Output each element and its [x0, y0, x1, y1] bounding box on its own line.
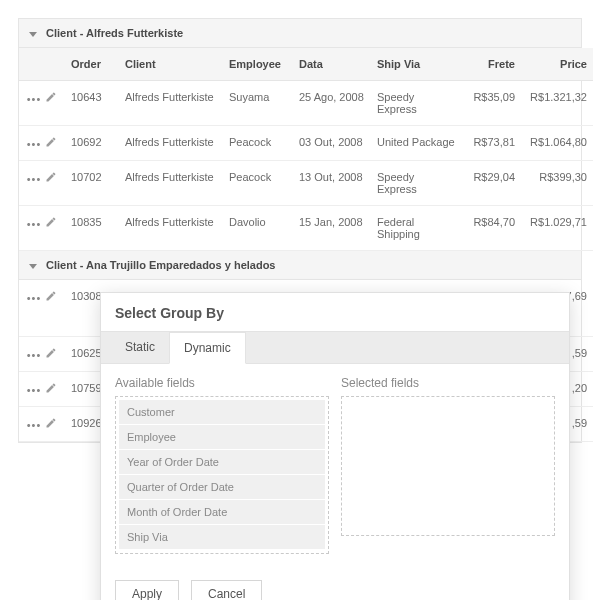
edit-icon[interactable] — [45, 417, 57, 429]
header-row: Order Client Employee Data Ship Via Fret… — [19, 48, 593, 81]
edit-icon[interactable] — [45, 216, 57, 228]
field-item[interactable]: Month of Order Date — [119, 500, 325, 525]
cell-client: Alfreds Futterkiste — [119, 206, 223, 251]
selected-fields-label: Selected fields — [341, 376, 555, 390]
edit-icon[interactable] — [45, 91, 57, 103]
more-icon[interactable]: ••• — [27, 384, 42, 396]
cell-employee: Suyama — [223, 81, 293, 126]
orders-table: Order Client Employee Data Ship Via Fret… — [19, 48, 593, 251]
edit-icon[interactable] — [45, 171, 57, 183]
cell-client: Alfreds Futterkiste — [119, 81, 223, 126]
field-item[interactable]: Year of Order Date — [119, 450, 325, 475]
field-item[interactable]: Customer — [119, 400, 325, 425]
col-frete[interactable]: Frete — [463, 48, 521, 81]
selected-fields-list[interactable] — [341, 396, 555, 536]
cell-price: R$399,30 — [521, 161, 593, 206]
more-icon[interactable]: ••• — [27, 292, 42, 304]
more-icon[interactable]: ••• — [27, 93, 42, 105]
edit-icon[interactable] — [45, 347, 57, 359]
cell-order: 10643 — [65, 81, 119, 126]
group-by-dialog: Select Group By Static Dynamic Available… — [100, 292, 570, 600]
tab-static[interactable]: Static — [111, 332, 169, 363]
more-icon[interactable]: ••• — [27, 218, 42, 230]
cell-employee: Peacock — [223, 161, 293, 206]
col-employee[interactable]: Employee — [223, 48, 293, 81]
col-price[interactable]: Price — [521, 48, 593, 81]
cell-price: R$1.064,80 — [521, 126, 593, 161]
more-icon[interactable]: ••• — [27, 419, 42, 431]
cell-frete: R$29,04 — [463, 161, 521, 206]
table-row: •••10643Alfreds FutterkisteSuyama25 Ago,… — [19, 81, 593, 126]
cell-shipvia: Federal Shipping — [371, 206, 463, 251]
dialog-footer: Apply Cancel — [101, 570, 569, 600]
available-fields-label: Available fields — [115, 376, 329, 390]
col-date[interactable]: Data — [293, 48, 371, 81]
collapse-icon — [29, 32, 37, 37]
cell-date: 13 Out, 2008 — [293, 161, 371, 206]
field-item[interactable]: Employee — [119, 425, 325, 450]
cell-client: Alfreds Futterkiste — [119, 161, 223, 206]
apply-button[interactable]: Apply — [115, 580, 179, 600]
edit-icon[interactable] — [45, 136, 57, 148]
cell-price: R$1.321,32 — [521, 81, 593, 126]
cancel-button[interactable]: Cancel — [191, 580, 262, 600]
edit-icon[interactable] — [45, 290, 57, 302]
table-row: •••10702Alfreds FutterkistePeacock13 Out… — [19, 161, 593, 206]
cell-shipvia: Speedy Express — [371, 81, 463, 126]
col-actions — [19, 48, 65, 81]
cell-date: 25 Ago, 2008 — [293, 81, 371, 126]
cell-order: 10692 — [65, 126, 119, 161]
cell-date: 15 Jan, 2008 — [293, 206, 371, 251]
cell-order: 10702 — [65, 161, 119, 206]
cell-frete: R$73,81 — [463, 126, 521, 161]
cell-price: R$1.029,71 — [521, 206, 593, 251]
field-item[interactable]: Quarter of Order Date — [119, 475, 325, 500]
cell-client: Alfreds Futterkiste — [119, 126, 223, 161]
tab-dynamic[interactable]: Dynamic — [169, 332, 246, 364]
table-row: •••10692Alfreds FutterkistePeacock03 Out… — [19, 126, 593, 161]
dialog-title: Select Group By — [101, 293, 569, 331]
cell-shipvia: Speedy Express — [371, 161, 463, 206]
edit-icon[interactable] — [45, 382, 57, 394]
cell-frete: R$35,09 — [463, 81, 521, 126]
col-client[interactable]: Client — [119, 48, 223, 81]
field-item[interactable]: Ship Via — [119, 525, 325, 550]
cell-frete: R$84,70 — [463, 206, 521, 251]
tabs: Static Dynamic — [101, 331, 569, 364]
col-order[interactable]: Order — [65, 48, 119, 81]
cell-employee: Peacock — [223, 126, 293, 161]
col-shipvia[interactable]: Ship Via — [371, 48, 463, 81]
group-header[interactable]: Client - Ana Trujillo Emparedados y hela… — [19, 251, 581, 280]
cell-order: 10835 — [65, 206, 119, 251]
collapse-icon — [29, 264, 37, 269]
cell-date: 03 Out, 2008 — [293, 126, 371, 161]
more-icon[interactable]: ••• — [27, 138, 42, 150]
group-label: Client - Ana Trujillo Emparedados y hela… — [46, 259, 275, 271]
available-fields-list[interactable]: CustomerEmployeeYear of Order DateQuarte… — [115, 396, 329, 554]
group-label: Client - Alfreds Futterkiste — [46, 27, 183, 39]
group-header[interactable]: Client - Alfreds Futterkiste — [19, 19, 581, 48]
more-icon[interactable]: ••• — [27, 349, 42, 361]
cell-employee: Davolio — [223, 206, 293, 251]
cell-shipvia: United Package — [371, 126, 463, 161]
table-row: •••10835Alfreds FutterkisteDavolio15 Jan… — [19, 206, 593, 251]
dialog-body: Available fields CustomerEmployeeYear of… — [101, 364, 569, 570]
more-icon[interactable]: ••• — [27, 173, 42, 185]
